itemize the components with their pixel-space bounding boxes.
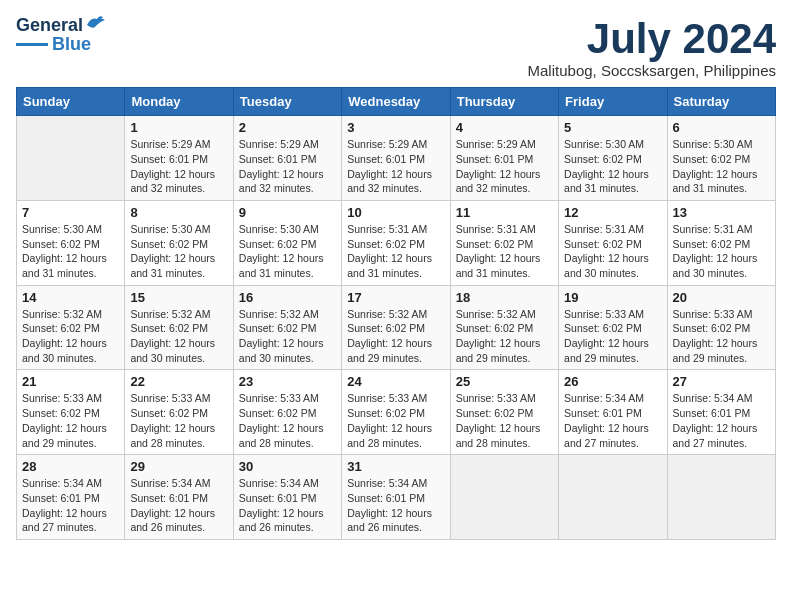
day-number: 28: [22, 459, 119, 474]
day-number: 29: [130, 459, 227, 474]
day-info: Sunrise: 5:32 AM Sunset: 6:02 PM Dayligh…: [239, 307, 336, 366]
day-number: 10: [347, 205, 444, 220]
day-info: Sunrise: 5:31 AM Sunset: 6:02 PM Dayligh…: [564, 222, 661, 281]
day-info: Sunrise: 5:34 AM Sunset: 6:01 PM Dayligh…: [22, 476, 119, 535]
calendar-cell: 10Sunrise: 5:31 AM Sunset: 6:02 PM Dayli…: [342, 200, 450, 285]
calendar-table: SundayMondayTuesdayWednesdayThursdayFrid…: [16, 87, 776, 540]
day-number: 22: [130, 374, 227, 389]
bird-icon: [85, 15, 107, 33]
logo: General Blue: [16, 16, 107, 55]
calendar-cell: 1Sunrise: 5:29 AM Sunset: 6:01 PM Daylig…: [125, 116, 233, 201]
calendar-cell: 17Sunrise: 5:32 AM Sunset: 6:02 PM Dayli…: [342, 285, 450, 370]
calendar-cell: 22Sunrise: 5:33 AM Sunset: 6:02 PM Dayli…: [125, 370, 233, 455]
day-number: 16: [239, 290, 336, 305]
calendar-cell: 18Sunrise: 5:32 AM Sunset: 6:02 PM Dayli…: [450, 285, 558, 370]
calendar-cell: [667, 455, 775, 540]
day-info: Sunrise: 5:33 AM Sunset: 6:02 PM Dayligh…: [130, 391, 227, 450]
day-info: Sunrise: 5:33 AM Sunset: 6:02 PM Dayligh…: [22, 391, 119, 450]
day-info: Sunrise: 5:31 AM Sunset: 6:02 PM Dayligh…: [347, 222, 444, 281]
header-day-wednesday: Wednesday: [342, 88, 450, 116]
calendar-cell: 12Sunrise: 5:31 AM Sunset: 6:02 PM Dayli…: [559, 200, 667, 285]
day-info: Sunrise: 5:33 AM Sunset: 6:02 PM Dayligh…: [239, 391, 336, 450]
day-number: 21: [22, 374, 119, 389]
day-info: Sunrise: 5:30 AM Sunset: 6:02 PM Dayligh…: [22, 222, 119, 281]
day-number: 19: [564, 290, 661, 305]
day-number: 1: [130, 120, 227, 135]
day-number: 20: [673, 290, 770, 305]
calendar-cell: 29Sunrise: 5:34 AM Sunset: 6:01 PM Dayli…: [125, 455, 233, 540]
day-info: Sunrise: 5:32 AM Sunset: 6:02 PM Dayligh…: [22, 307, 119, 366]
calendar-cell: 14Sunrise: 5:32 AM Sunset: 6:02 PM Dayli…: [17, 285, 125, 370]
calendar-cell: 16Sunrise: 5:32 AM Sunset: 6:02 PM Dayli…: [233, 285, 341, 370]
day-info: Sunrise: 5:29 AM Sunset: 6:01 PM Dayligh…: [456, 137, 553, 196]
calendar-cell: 23Sunrise: 5:33 AM Sunset: 6:02 PM Dayli…: [233, 370, 341, 455]
day-number: 3: [347, 120, 444, 135]
logo-blue: Blue: [52, 34, 91, 55]
calendar-cell: [559, 455, 667, 540]
day-info: Sunrise: 5:32 AM Sunset: 6:02 PM Dayligh…: [456, 307, 553, 366]
location-subtitle: Malitubog, Soccsksargen, Philippines: [528, 62, 776, 79]
day-number: 8: [130, 205, 227, 220]
month-title: July 2024: [528, 16, 776, 62]
day-info: Sunrise: 5:33 AM Sunset: 6:02 PM Dayligh…: [456, 391, 553, 450]
calendar-cell: 7Sunrise: 5:30 AM Sunset: 6:02 PM Daylig…: [17, 200, 125, 285]
day-number: 17: [347, 290, 444, 305]
header-day-monday: Monday: [125, 88, 233, 116]
day-number: 15: [130, 290, 227, 305]
day-number: 31: [347, 459, 444, 474]
day-number: 27: [673, 374, 770, 389]
day-info: Sunrise: 5:30 AM Sunset: 6:02 PM Dayligh…: [239, 222, 336, 281]
day-info: Sunrise: 5:34 AM Sunset: 6:01 PM Dayligh…: [130, 476, 227, 535]
day-info: Sunrise: 5:33 AM Sunset: 6:02 PM Dayligh…: [347, 391, 444, 450]
day-number: 9: [239, 205, 336, 220]
header-day-saturday: Saturday: [667, 88, 775, 116]
day-number: 12: [564, 205, 661, 220]
title-area: July 2024 Malitubog, Soccsksargen, Phili…: [528, 16, 776, 79]
calendar-cell: [17, 116, 125, 201]
day-number: 18: [456, 290, 553, 305]
calendar-cell: 15Sunrise: 5:32 AM Sunset: 6:02 PM Dayli…: [125, 285, 233, 370]
day-info: Sunrise: 5:33 AM Sunset: 6:02 PM Dayligh…: [564, 307, 661, 366]
day-number: 23: [239, 374, 336, 389]
calendar-week-3: 14Sunrise: 5:32 AM Sunset: 6:02 PM Dayli…: [17, 285, 776, 370]
calendar-cell: 6Sunrise: 5:30 AM Sunset: 6:02 PM Daylig…: [667, 116, 775, 201]
day-info: Sunrise: 5:30 AM Sunset: 6:02 PM Dayligh…: [130, 222, 227, 281]
day-number: 14: [22, 290, 119, 305]
day-number: 6: [673, 120, 770, 135]
day-info: Sunrise: 5:34 AM Sunset: 6:01 PM Dayligh…: [673, 391, 770, 450]
page-header: General Blue July 2024 Malitubog, Soccsk…: [16, 16, 776, 79]
day-info: Sunrise: 5:30 AM Sunset: 6:02 PM Dayligh…: [564, 137, 661, 196]
calendar-week-2: 7Sunrise: 5:30 AM Sunset: 6:02 PM Daylig…: [17, 200, 776, 285]
day-info: Sunrise: 5:32 AM Sunset: 6:02 PM Dayligh…: [130, 307, 227, 366]
calendar-cell: 31Sunrise: 5:34 AM Sunset: 6:01 PM Dayli…: [342, 455, 450, 540]
header-day-tuesday: Tuesday: [233, 88, 341, 116]
calendar-cell: 30Sunrise: 5:34 AM Sunset: 6:01 PM Dayli…: [233, 455, 341, 540]
day-number: 11: [456, 205, 553, 220]
calendar-cell: 19Sunrise: 5:33 AM Sunset: 6:02 PM Dayli…: [559, 285, 667, 370]
header-day-thursday: Thursday: [450, 88, 558, 116]
calendar-cell: 20Sunrise: 5:33 AM Sunset: 6:02 PM Dayli…: [667, 285, 775, 370]
header-day-sunday: Sunday: [17, 88, 125, 116]
day-number: 30: [239, 459, 336, 474]
calendar-week-5: 28Sunrise: 5:34 AM Sunset: 6:01 PM Dayli…: [17, 455, 776, 540]
day-info: Sunrise: 5:29 AM Sunset: 6:01 PM Dayligh…: [239, 137, 336, 196]
calendar-cell: 13Sunrise: 5:31 AM Sunset: 6:02 PM Dayli…: [667, 200, 775, 285]
calendar-cell: 9Sunrise: 5:30 AM Sunset: 6:02 PM Daylig…: [233, 200, 341, 285]
day-number: 5: [564, 120, 661, 135]
header-day-friday: Friday: [559, 88, 667, 116]
day-info: Sunrise: 5:29 AM Sunset: 6:01 PM Dayligh…: [130, 137, 227, 196]
calendar-cell: 3Sunrise: 5:29 AM Sunset: 6:01 PM Daylig…: [342, 116, 450, 201]
day-info: Sunrise: 5:32 AM Sunset: 6:02 PM Dayligh…: [347, 307, 444, 366]
calendar-cell: 2Sunrise: 5:29 AM Sunset: 6:01 PM Daylig…: [233, 116, 341, 201]
day-info: Sunrise: 5:30 AM Sunset: 6:02 PM Dayligh…: [673, 137, 770, 196]
day-info: Sunrise: 5:34 AM Sunset: 6:01 PM Dayligh…: [239, 476, 336, 535]
day-info: Sunrise: 5:34 AM Sunset: 6:01 PM Dayligh…: [347, 476, 444, 535]
calendar-week-4: 21Sunrise: 5:33 AM Sunset: 6:02 PM Dayli…: [17, 370, 776, 455]
day-number: 2: [239, 120, 336, 135]
day-number: 4: [456, 120, 553, 135]
calendar-header-row: SundayMondayTuesdayWednesdayThursdayFrid…: [17, 88, 776, 116]
calendar-cell: 27Sunrise: 5:34 AM Sunset: 6:01 PM Dayli…: [667, 370, 775, 455]
calendar-cell: 11Sunrise: 5:31 AM Sunset: 6:02 PM Dayli…: [450, 200, 558, 285]
day-info: Sunrise: 5:31 AM Sunset: 6:02 PM Dayligh…: [456, 222, 553, 281]
calendar-cell: 5Sunrise: 5:30 AM Sunset: 6:02 PM Daylig…: [559, 116, 667, 201]
